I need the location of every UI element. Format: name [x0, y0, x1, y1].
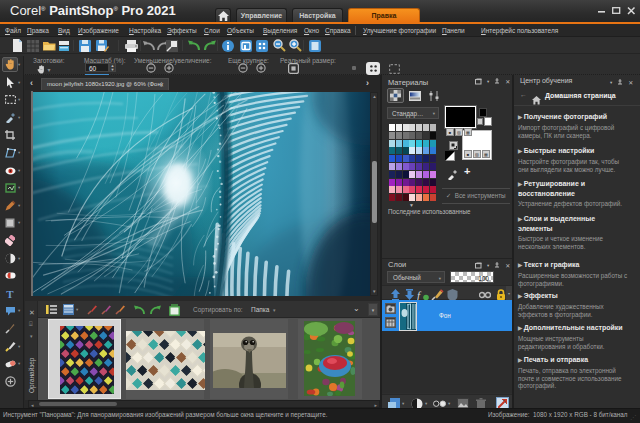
- svg-text:f: f: [417, 289, 422, 301]
